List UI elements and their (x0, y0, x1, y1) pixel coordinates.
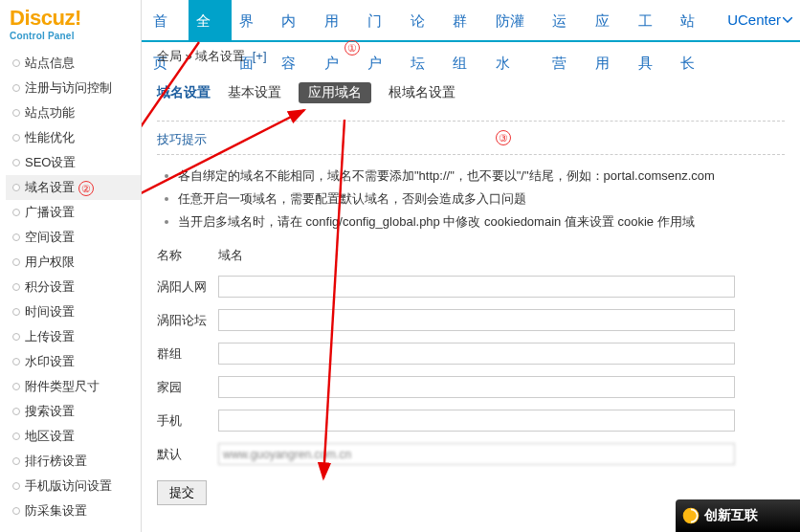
sidebar-item-label: 搜索设置 (25, 404, 75, 418)
tip-item-2: 当开启多域名时，请在 config/config_global.php 中修改 … (157, 211, 785, 233)
sidebar-item-10[interactable]: 时间设置 (6, 299, 141, 324)
sidebar-item-label: SEO设置 (25, 155, 76, 169)
sidebar-item-label: 排行榜设置 (25, 454, 87, 468)
nav-item-0[interactable]: 首页 (145, 0, 189, 40)
sidebar-item-11[interactable]: 上传设置 (6, 324, 141, 349)
sidebar-item-label: 防采集设置 (25, 503, 87, 518)
form-row-label: 默认 (157, 446, 218, 463)
section-tab-1[interactable]: 应用域名 (299, 82, 371, 103)
sidebar-item-8[interactable]: 用户权限 (6, 250, 141, 275)
sidebar-item-label: 水印设置 (25, 354, 75, 368)
form-row-2: 群组 (157, 337, 785, 370)
sidebar-item-5[interactable]: 域名设置② (6, 175, 141, 200)
sidebar-item-7[interactable]: 空间设置 (6, 225, 141, 250)
sidebar-item-label: 广播设置 (25, 205, 75, 219)
logo: Discuz! Control Panel (6, 0, 141, 45)
sidebar-item-1[interactable]: 注册与访问控制 (6, 76, 141, 100)
form-row-3: 家园 (157, 370, 785, 404)
breadcrumb-2[interactable]: 域名设置 (195, 49, 245, 63)
domain-input-4[interactable] (218, 410, 735, 432)
sidebar-item-label: 时间设置 (25, 304, 75, 319)
sidebar-item-label: 地区设置 (25, 429, 75, 443)
breadcrumb-1[interactable]: 全局 (157, 49, 182, 63)
nav-item-11[interactable]: 工具 (631, 0, 674, 40)
nav-item-2[interactable]: 界面 (232, 0, 275, 40)
sidebar-item-14[interactable]: 搜索设置 (6, 399, 141, 424)
form-row-label: 手机 (157, 412, 218, 430)
tip-item-1: 任意开启一项域名，需要配置默认域名，否则会造成多入口问题 (157, 188, 785, 211)
footer-brand-text: 创新互联 (704, 507, 758, 524)
sidebar-item-label: 积分设置 (25, 279, 75, 294)
annotation-badge-3: ③ (496, 130, 511, 145)
nav-item-5[interactable]: 门户 (360, 0, 403, 40)
domain-input-2[interactable] (218, 343, 735, 365)
annotation-badge-1: ① (344, 40, 360, 55)
sidebar-item-label: 手机版访问设置 (25, 478, 112, 493)
sidebar-item-3[interactable]: 性能优化 (6, 125, 141, 150)
sidebar-item-label: 上传设置 (25, 329, 75, 344)
sidebar-item-label: 站点功能 (25, 105, 75, 120)
sidebar-item-16[interactable]: 排行榜设置 (6, 449, 141, 474)
sidebar: Discuz! Control Panel 站点信息注册与访问控制站点功能性能优… (0, 0, 142, 532)
nav-item-ucenter[interactable]: UCenter (720, 0, 800, 40)
domain-input-5[interactable] (218, 443, 735, 465)
chevron-down-icon (783, 17, 792, 23)
domain-form: 名称 域名 涡阳人网涡阳论坛群组家园手机默认 提交 (157, 247, 785, 505)
form-row-1: 涡阳论坛 (157, 303, 785, 337)
tip-item-0: 各自绑定的域名不能相同，域名不需要添加"http://"，也不要以"/"结尾，例… (157, 165, 785, 188)
form-row-label: 涡阳人网 (157, 278, 218, 296)
nav-item-7[interactable]: 群组 (445, 0, 488, 40)
form-row-4: 手机 (157, 404, 785, 437)
nav-item-6[interactable]: 论坛 (403, 0, 446, 40)
nav-item-3[interactable]: 内容 (274, 0, 317, 40)
sidebar-item-9[interactable]: 积分设置 (6, 275, 141, 299)
sidebar-item-18[interactable]: 防采集设置 (6, 499, 141, 523)
annotation-badge-2: ② (78, 181, 94, 196)
form-row-label: 涡阳论坛 (157, 312, 218, 329)
submit-button[interactable]: 提交 (157, 480, 207, 505)
domain-input-1[interactable] (218, 309, 735, 331)
sidebar-item-6[interactable]: 广播设置 (6, 200, 141, 225)
nav-item-9[interactable]: 运营 (544, 0, 588, 40)
sidebar-item-13[interactable]: 附件类型尺寸 (6, 374, 141, 399)
sidebar-item-12[interactable]: 水印设置 (6, 349, 141, 374)
sidebar-item-4[interactable]: SEO设置 (6, 150, 141, 175)
col-header-name: 名称 (157, 247, 218, 264)
sidebar-item-label: 注册与访问控制 (25, 80, 112, 95)
section-tabs: 域名设置 基本设置应用域名根域名设置 (157, 82, 785, 103)
breadcrumb-expand[interactable]: [+] (253, 49, 267, 63)
section-tab-0[interactable]: 基本设置 (228, 84, 281, 101)
sidebar-item-17[interactable]: 手机版访问设置 (6, 474, 141, 499)
logo-subtitle: Control Panel (10, 31, 141, 41)
sidebar-item-label: 空间设置 (25, 230, 75, 244)
domain-input-0[interactable] (218, 276, 735, 298)
footer-brand: 创新互联 (676, 499, 800, 532)
nav-item-10[interactable]: 应用 (588, 0, 631, 40)
nav-item-8[interactable]: 防灌水 (488, 0, 544, 40)
top-nav: 首页全局界面内容用户门户论坛群组防灌水运营应用工具站长UCenter (142, 0, 800, 42)
sidebar-item-0[interactable]: 站点信息 (6, 51, 141, 76)
domain-input-3[interactable] (218, 376, 735, 398)
sidebar-item-15[interactable]: 地区设置 (6, 424, 141, 449)
content: 域名设置 基本设置应用域名根域名设置 技巧提示 各自绑定的域名不能相同，域名不需… (142, 71, 800, 505)
sidebar-item-label: 站点信息 (25, 55, 75, 70)
nav-item-4[interactable]: 用户 (317, 0, 360, 40)
form-row-0: 涡阳人网 (157, 270, 785, 303)
sidebar-list: 站点信息注册与访问控制站点功能性能优化SEO设置域名设置②广播设置空间设置用户权… (6, 51, 141, 523)
sidebar-item-label: 性能优化 (25, 130, 75, 144)
nav-item-1[interactable]: 全局 (189, 0, 232, 40)
section-tab-2[interactable]: 根域名设置 (389, 84, 456, 101)
sidebar-item-2[interactable]: 站点功能 (6, 100, 141, 125)
breadcrumb: 全局 » 域名设置 [+] (142, 42, 800, 71)
tips-title: 技巧提示 (157, 131, 785, 155)
section-title: 域名设置 (157, 84, 211, 101)
sidebar-item-label: 域名设置 (25, 180, 75, 194)
tips-box: 技巧提示 各自绑定的域名不能相同，域名不需要添加"http://"，也不要以"/… (157, 121, 785, 233)
tip-list: 各自绑定的域名不能相同，域名不需要添加"http://"，也不要以"/"结尾，例… (157, 165, 785, 233)
form-row-5: 默认 (157, 437, 785, 471)
nav-item-12[interactable]: 站长 (673, 0, 716, 40)
brand-icon (681, 506, 700, 525)
sidebar-item-label: 附件类型尺寸 (25, 379, 100, 393)
logo-bang: ! (75, 6, 81, 30)
form-row-label: 群组 (157, 345, 218, 363)
